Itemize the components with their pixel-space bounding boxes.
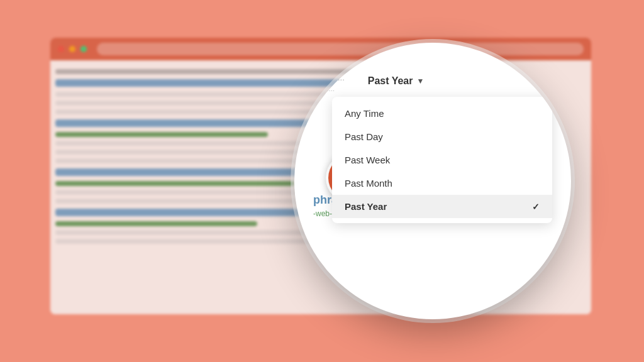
minimize-dot [69, 46, 75, 52]
filter-chevron[interactable]: ▼ [325, 78, 331, 85]
past-day-label: Past Day [345, 131, 383, 142]
past-week-option[interactable]: Past Week [332, 148, 552, 172]
past-month-option[interactable]: Past Month [332, 172, 552, 195]
filter-label: ite [313, 76, 323, 86]
past-year-trigger[interactable]: Past Year ▼ [363, 73, 430, 89]
dropdown-trigger-label: Past Year [368, 75, 413, 87]
browser-toolbar [50, 38, 591, 60]
any-time-label: Any Time [345, 108, 384, 119]
maximize-dot [80, 46, 87, 52]
past-month-label: Past Month [345, 178, 392, 189]
check-icon: ✓ [532, 202, 540, 212]
past-year-option[interactable]: Past Year ✓ [332, 195, 552, 218]
dropdown-chevron-icon: ▼ [416, 77, 424, 85]
past-year-label: Past Year [345, 201, 387, 212]
any-time-option[interactable]: Any Time [332, 102, 552, 125]
close-dot [58, 46, 64, 52]
magnifier: 🐥 tion-Or... ild ev... phrase on a web p… [294, 43, 571, 319]
filter-header: ite ▼ Past Year ▼ [313, 68, 552, 89]
past-week-label: Past Week [345, 155, 390, 165]
past-day-option[interactable]: Past Day [332, 125, 552, 148]
filter-dropdown-area: ite ▼ Past Year ▼ Any Time Past Day Past… [313, 68, 552, 223]
time-filter-dropdown: Any Time Past Day Past Week Past Month P… [332, 97, 552, 223]
